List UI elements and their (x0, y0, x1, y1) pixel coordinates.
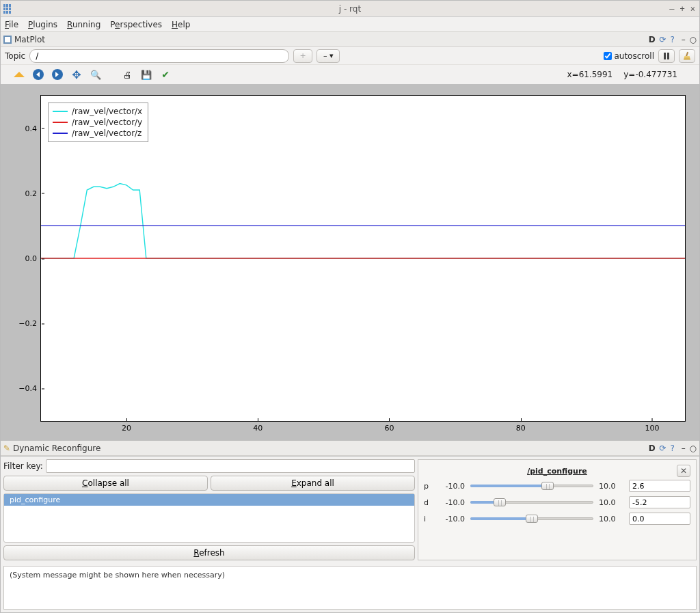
param-slider-d[interactable] (470, 498, 593, 507)
back-icon[interactable] (32, 68, 44, 81)
refresh-button[interactable]: Refresh (3, 545, 415, 560)
system-message: (System message might be shown here when… (3, 566, 697, 610)
window-title: j - rqt (339, 4, 361, 14)
legend-line-x-icon (53, 111, 68, 112)
panel-minimize-button[interactable]: – (682, 35, 686, 44)
panel-settings-icon[interactable]: ⟳ (660, 444, 667, 453)
matplot-icon (3, 36, 12, 44)
coord-y: y=-0.477731 (623, 70, 677, 79)
param-panel-title: /pid_configure (527, 467, 587, 476)
node-tree[interactable]: pid_configure (3, 493, 415, 543)
x-tick: 20 (122, 421, 131, 433)
move-icon[interactable]: ✥ (70, 68, 83, 81)
param-row-d: d -10.0 10.0 (424, 494, 690, 510)
home-icon[interactable] (13, 68, 25, 81)
titlebar: j - rqt – + × (1, 1, 699, 17)
param-value-d[interactable] (629, 496, 690, 508)
plot-area: /raw_vel/vector/x /raw_vel/vector/y /raw… (1, 84, 699, 441)
menu-running[interactable]: Running (67, 20, 100, 29)
param-label: d (424, 498, 435, 507)
filter-label: Filter key: (3, 461, 43, 471)
x-tick: 60 (384, 421, 394, 433)
dynrec-panel-header: ✎ Dynamic Reconfigure D ⟳ ? – ○ (1, 441, 699, 456)
menu-file[interactable]: File (5, 20, 18, 29)
topic-input[interactable] (29, 49, 289, 63)
coord-x: x=61.5991 (567, 70, 612, 79)
window-minimize-button[interactable]: – (669, 4, 674, 14)
panel-close-button[interactable]: ○ (690, 444, 697, 453)
dynrec-title: Dynamic Reconfigure (13, 444, 100, 453)
legend-label: /raw_vel/vector/y (72, 118, 142, 127)
panel-help-icon[interactable]: ? (670, 444, 674, 453)
tree-item-pid-configure[interactable]: pid_configure (4, 494, 414, 506)
y-tick: −0.2 (15, 319, 41, 328)
x-tick: 100 (645, 421, 659, 433)
matplot-title: MatPlot (14, 35, 45, 44)
mpl-toolbar: ✥ x=61.5991 y=-0.477731 (1, 65, 699, 84)
x-tick: 80 (516, 421, 526, 433)
param-hi: 10.0 (599, 515, 623, 523)
x-tick: 40 (253, 421, 262, 433)
matplot-panel-header: MatPlot D ⟳ ? – ○ (1, 32, 699, 47)
pause-button[interactable] (658, 49, 675, 63)
param-panel-close-button[interactable]: ✕ (677, 465, 690, 477)
filter-input[interactable] (46, 459, 415, 473)
y-tick: 0.4 (15, 124, 41, 133)
legend-line-z-icon (53, 133, 68, 134)
collapse-all-button[interactable]: Collapse all (3, 476, 208, 491)
zoom-icon[interactable] (90, 68, 102, 81)
remove-topic-button[interactable]: – ▾ (317, 49, 340, 63)
param-slider-p[interactable] (470, 481, 593, 491)
param-row-i: i -10.0 10.0 (424, 510, 690, 527)
param-label: p (424, 482, 435, 491)
param-hi: 10.0 (599, 482, 623, 491)
panel-minimize-button[interactable]: – (682, 444, 686, 453)
check-icon[interactable] (159, 68, 172, 81)
panel-close-button[interactable]: ○ (690, 35, 697, 44)
param-panel: /pid_configure ✕ p -10.0 10.0 d -10.0 10… (418, 459, 697, 560)
legend-line-y-icon (53, 122, 68, 123)
window-close-button[interactable]: × (690, 4, 695, 14)
y-tick: 0.2 (15, 189, 41, 197)
window-maximize-button[interactable]: + (680, 4, 685, 14)
legend-label: /raw_vel/vector/z (72, 128, 142, 138)
menu-plugins[interactable]: Plugins (28, 20, 57, 29)
param-value-i[interactable] (629, 513, 690, 525)
panel-settings-icon[interactable]: ⟳ (660, 35, 667, 44)
param-lo: -10.0 (440, 498, 465, 507)
y-tick: 0.0 (15, 254, 41, 263)
legend-label: /raw_vel/vector/x (72, 107, 142, 116)
autoscroll-checkbox[interactable]: autoscroll (604, 51, 654, 61)
menubar: File Plugins Running Perspectives Help (1, 17, 699, 32)
topic-label: Topic (5, 51, 25, 61)
param-label: i (424, 515, 435, 523)
menu-perspectives[interactable]: Perspectives (110, 20, 162, 29)
param-lo: -10.0 (440, 482, 465, 491)
add-topic-button[interactable]: + (293, 49, 312, 63)
legend: /raw_vel/vector/x /raw_vel/vector/y /raw… (48, 103, 148, 142)
save-icon[interactable] (140, 68, 152, 81)
expand-all-button[interactable]: Expand all (211, 476, 415, 491)
print-icon[interactable] (121, 68, 133, 81)
param-slider-i[interactable] (470, 514, 593, 523)
dynrec-icon: ✎ (3, 444, 10, 453)
param-value-p[interactable] (629, 480, 690, 492)
panel-help-icon[interactable]: ? (670, 35, 674, 44)
param-hi: 10.0 (599, 498, 623, 507)
panel-d-button[interactable]: D (649, 444, 656, 453)
param-lo: -10.0 (440, 515, 465, 523)
forward-icon[interactable] (51, 68, 64, 81)
panel-d-button[interactable]: D (649, 35, 656, 44)
app-icon (3, 4, 13, 14)
clear-button[interactable] (679, 49, 695, 63)
param-row-p: p -10.0 10.0 (424, 478, 690, 494)
menu-help[interactable]: Help (172, 20, 190, 29)
y-tick: −0.4 (15, 384, 41, 393)
